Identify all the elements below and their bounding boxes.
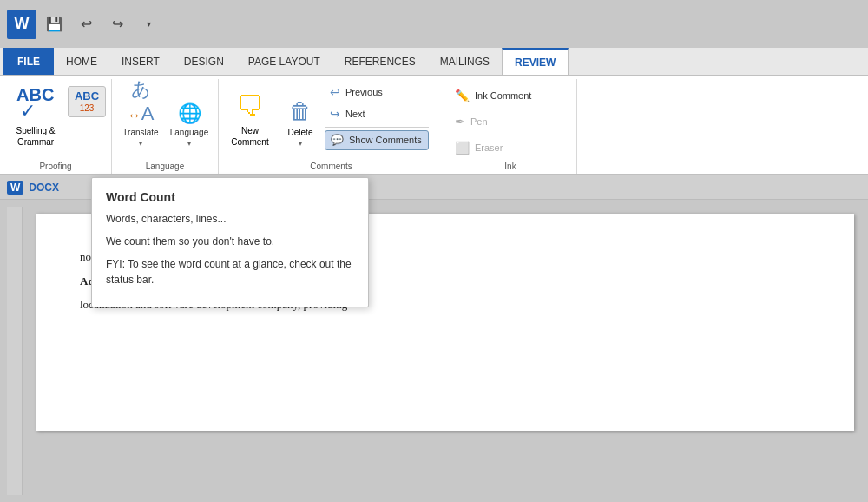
tab-mailings[interactable]: MAILINGS bbox=[428, 48, 502, 75]
proofing-items: ABC ✓ Spelling &Grammar ABC 123 bbox=[5, 83, 106, 160]
redo-button[interactable]: ↪ bbox=[104, 11, 130, 37]
next-icon: ↪ bbox=[330, 107, 340, 121]
tab-references[interactable]: REFERENCES bbox=[332, 48, 428, 75]
show-comments-button[interactable]: 💬 Show Comments bbox=[325, 130, 429, 150]
delete-icon: 🗑 bbox=[289, 98, 312, 125]
new-comment-button[interactable]: 🗨 NewComment bbox=[224, 83, 276, 150]
wordcount-icon: ABC bbox=[75, 90, 99, 102]
docx-label: DOCX bbox=[29, 182, 59, 194]
docx-word-icon: W bbox=[7, 181, 23, 195]
language-button[interactable]: 🌐 Language ▾ bbox=[166, 83, 213, 150]
new-comment-icon: 🗨 bbox=[236, 90, 264, 122]
wordcount-button[interactable]: ABC 123 bbox=[68, 86, 106, 117]
comments-group: 🗨 NewComment 🗑 Delete ▾ ↩ Previous ↪ Nex… bbox=[219, 79, 444, 174]
tab-insert[interactable]: INSERT bbox=[109, 48, 172, 75]
translate-button[interactable]: あ↔A Translate ▾ bbox=[117, 83, 164, 150]
previous-icon: ↩ bbox=[330, 85, 340, 99]
previous-button[interactable]: ↩ Previous bbox=[325, 83, 429, 102]
save-button[interactable]: 💾 bbox=[42, 11, 68, 37]
word-count-tooltip: Word Count Words, characters, lines... W… bbox=[91, 177, 369, 307]
language-label: Language bbox=[170, 128, 209, 137]
language-label: Language bbox=[117, 160, 213, 174]
pen-button[interactable]: ✒ Pen bbox=[450, 110, 571, 133]
pn-divider bbox=[325, 127, 429, 128]
language-icon: 🌐 bbox=[178, 102, 201, 125]
title-bar: W 💾 ↩ ↪ ▾ bbox=[0, 0, 868, 48]
eraser-label: Eraser bbox=[475, 142, 503, 153]
spelling-grammar-button[interactable]: ABC ✓ Spelling &Grammar bbox=[5, 83, 66, 150]
next-button[interactable]: ↪ Next bbox=[325, 104, 429, 124]
tooltip-body: Words, characters, lines... We count the… bbox=[106, 211, 354, 287]
word-app-icon: W bbox=[7, 10, 36, 39]
delete-button[interactable]: 🗑 Delete ▾ bbox=[279, 83, 321, 150]
eraser-button[interactable]: ⬜ Eraser bbox=[450, 136, 571, 159]
tooltip-line1: Words, characters, lines... bbox=[106, 211, 354, 227]
show-comments-icon: 💬 bbox=[331, 134, 344, 146]
tooltip-title: Word Count bbox=[106, 190, 354, 204]
ink-comment-button[interactable]: ✏️ Ink Comment bbox=[450, 84, 571, 107]
ink-group: ✏️ Ink Comment ✒ Pen ⬜ Eraser Ink bbox=[444, 79, 577, 174]
eraser-icon: ⬜ bbox=[455, 141, 470, 155]
ink-items: ✏️ Ink Comment ✒ Pen ⬜ Eraser bbox=[450, 83, 571, 160]
show-comments-label: Show Comments bbox=[349, 135, 422, 145]
ink-comment-icon: ✏️ bbox=[455, 89, 470, 102]
ink-comment-label: Ink Comment bbox=[475, 90, 531, 101]
spelling-label: Spelling &Grammar bbox=[16, 125, 55, 148]
ribbon: ABC ✓ Spelling &Grammar ABC 123 Proofing… bbox=[0, 76, 868, 175]
tab-review[interactable]: REVIEW bbox=[502, 48, 569, 75]
delete-label: Delete bbox=[288, 128, 313, 137]
tab-home[interactable]: HOME bbox=[54, 48, 109, 75]
pen-icon: ✒ bbox=[455, 115, 465, 129]
spelling-icon: ABC ✓ bbox=[16, 85, 55, 122]
tooltip-line2: We count them so you don't have to. bbox=[106, 234, 354, 249]
language-items: あ↔A Translate ▾ 🌐 Language ▾ bbox=[117, 83, 213, 160]
tab-page-layout[interactable]: PAGE LAYOUT bbox=[236, 48, 332, 75]
proofing-group: ABC ✓ Spelling &Grammar ABC 123 Proofing bbox=[0, 79, 112, 174]
quick-access-dropdown[interactable]: ▾ bbox=[135, 11, 161, 37]
vertical-ruler bbox=[7, 207, 23, 495]
pen-label: Pen bbox=[470, 116, 488, 127]
translate-icon: あ↔A bbox=[121, 76, 161, 125]
new-comment-label: NewComment bbox=[231, 125, 268, 148]
tab-file[interactable]: FILE bbox=[3, 48, 54, 75]
tooltip-line3: FYI: To see the word count at a glance, … bbox=[106, 256, 354, 287]
prev-next-col: ↩ Previous ↪ Next 💬 Show Comments bbox=[325, 83, 429, 150]
tab-design[interactable]: DESIGN bbox=[172, 48, 236, 75]
proofing-label: Proofing bbox=[5, 160, 106, 174]
ribbon-tabs: FILE HOME INSERT DESIGN PAGE LAYOUT REFE… bbox=[0, 48, 868, 76]
ink-label: Ink bbox=[450, 160, 571, 174]
previous-label: Previous bbox=[345, 87, 383, 97]
language-group: あ↔A Translate ▾ 🌐 Language ▾ Language bbox=[112, 79, 219, 174]
next-label: Next bbox=[345, 109, 365, 119]
translate-label: Translate bbox=[122, 128, 158, 137]
comments-items: 🗨 NewComment 🗑 Delete ▾ ↩ Previous ↪ Nex… bbox=[224, 83, 438, 160]
undo-button[interactable]: ↩ bbox=[73, 11, 99, 37]
comments-label: Comments bbox=[224, 160, 438, 174]
wordcount-container: ABC 123 bbox=[68, 86, 106, 117]
wordcount-number-icon: 123 bbox=[80, 103, 95, 113]
